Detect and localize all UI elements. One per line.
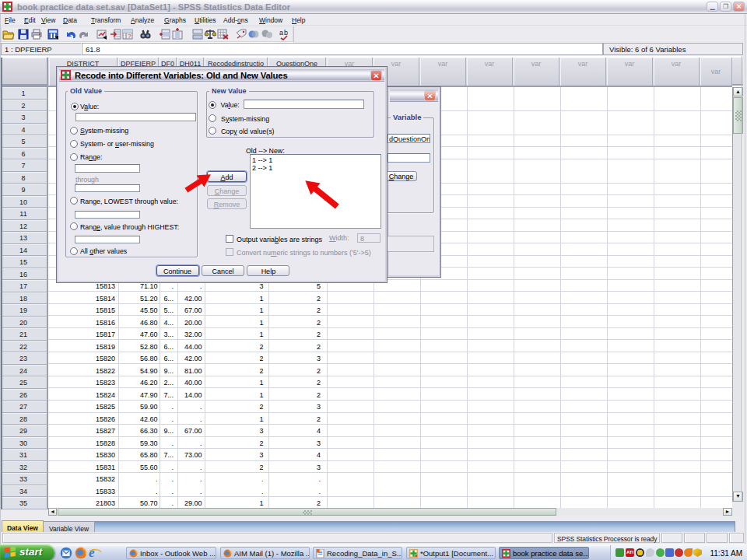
svg-text:a: a: [279, 29, 283, 37]
svg-text:b: b: [284, 29, 288, 37]
svg-text:e: e: [89, 546, 95, 559]
svg-text:?: ?: [128, 33, 132, 40]
